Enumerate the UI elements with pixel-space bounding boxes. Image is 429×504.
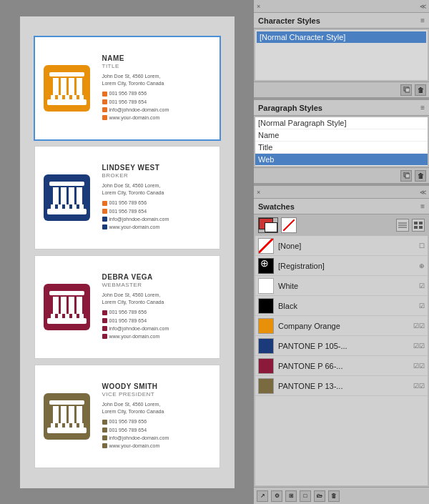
card-name-1: NAME bbox=[102, 54, 212, 62]
card-icon-2 bbox=[42, 172, 92, 222]
swatches-footer: ↗ ⚙ ⊞ □ 🗁 🗑 bbox=[254, 487, 429, 504]
list-view-btn[interactable] bbox=[396, 219, 409, 232]
card-content-2: LINDSEY WEST BROKER John Doe St, 4560 Lo… bbox=[102, 164, 212, 231]
swatch-color-company-orange bbox=[258, 318, 274, 334]
swatch-none[interactable]: [None] ☐ bbox=[255, 236, 428, 256]
right-panel: × ≪ Character Styles ≡ [Normal Character… bbox=[254, 0, 429, 504]
color-preview-box[interactable] bbox=[258, 217, 278, 233]
swatches-new-btn[interactable]: □ bbox=[300, 490, 311, 502]
swatches-menu-icon[interactable]: ≡ bbox=[420, 202, 425, 210]
para-styles-menu-icon[interactable]: ≡ bbox=[420, 104, 425, 112]
card-content-4: WOODY SMITH VICE PRESIDENT John Doe St, … bbox=[102, 382, 212, 450]
card-title-4: VICE PRESIDENT bbox=[102, 391, 212, 397]
business-card-2[interactable]: LINDSEY WEST BROKER John Doe St, 4560 Lo… bbox=[34, 146, 220, 249]
swatch-company-orange[interactable]: Company Orange ☑☑ bbox=[255, 316, 428, 336]
card-icon-4 bbox=[42, 391, 92, 441]
para-style-normal[interactable]: [Normal Paragraph Style] bbox=[255, 117, 428, 129]
swatches-grid-btn[interactable]: ⊞ bbox=[285, 490, 297, 502]
business-card-4[interactable]: WOODY SMITH VICE PRESIDENT John Doe St, … bbox=[34, 365, 220, 468]
svg-rect-55 bbox=[414, 222, 418, 224]
card-content-1: NAME TITLE John Doe St, 4560 Lorem,Lorem… bbox=[102, 54, 212, 122]
svg-rect-5 bbox=[79, 95, 84, 102]
card-icon-1 bbox=[42, 63, 92, 113]
swatch-black[interactable]: Black ☑ bbox=[255, 296, 428, 316]
swatch-type-none: ☐ bbox=[419, 242, 425, 249]
svg-rect-51 bbox=[405, 174, 410, 178]
svg-rect-8 bbox=[53, 78, 59, 95]
swatches-list: [None] ☐ ⊕ [Registration] ⊕ White ☑ Blac… bbox=[255, 236, 428, 485]
char-styles-content: [Normal Character Style] bbox=[255, 30, 428, 80]
card-contact-2: 001 956 789 656 001 956 789 654 info@joh… bbox=[102, 199, 212, 231]
swatch-white[interactable]: White ☑ bbox=[255, 276, 428, 296]
svg-rect-34 bbox=[69, 297, 74, 314]
swatch-label-pantone-105: PANTONE P 105-... bbox=[278, 342, 409, 350]
char-styles-delete-btn[interactable]: 🗑 bbox=[415, 84, 426, 96]
swatches-close-icon[interactable]: × bbox=[257, 189, 260, 196]
svg-rect-43 bbox=[72, 423, 77, 430]
swatch-color-registration: ⊕ bbox=[258, 258, 274, 274]
card-contact-3: 001 956 789 656 001 956 789 654 info@joh… bbox=[102, 308, 212, 340]
business-card-3[interactable]: DEBRA VEGA WEBMASTER John Doe St, 4560 L… bbox=[34, 255, 220, 359]
card-address-3: John Doe St, 4560 Lorem,Lorem City, Toro… bbox=[102, 292, 212, 306]
none-color-icon[interactable] bbox=[281, 217, 297, 233]
svg-rect-40 bbox=[65, 423, 69, 430]
svg-rect-19 bbox=[72, 204, 77, 212]
svg-rect-9 bbox=[61, 78, 66, 95]
svg-rect-39 bbox=[51, 423, 55, 430]
char-styles-header: Character Styles ≡ bbox=[254, 13, 429, 29]
swatches-settings-btn[interactable]: ⚙ bbox=[271, 490, 282, 502]
card-title-1: TITLE bbox=[102, 63, 212, 69]
swatches-folder-btn[interactable]: 🗁 bbox=[314, 490, 325, 502]
para-styles-title: Paragraph Styles bbox=[258, 104, 322, 112]
para-styles-new-btn[interactable] bbox=[400, 170, 412, 182]
svg-rect-32 bbox=[53, 297, 59, 314]
swatch-type-pantone-105: ☑☑ bbox=[413, 342, 425, 350]
swatch-color-none bbox=[258, 238, 274, 254]
swatches-add-gradient-btn[interactable]: ↗ bbox=[257, 490, 268, 502]
para-styles-delete-btn[interactable]: 🗑 bbox=[415, 170, 426, 182]
para-styles-panel: Paragraph Styles ≡ [Normal Paragraph Sty… bbox=[254, 100, 429, 183]
svg-rect-25 bbox=[49, 291, 84, 295]
svg-rect-29 bbox=[79, 314, 84, 321]
svg-rect-13 bbox=[49, 182, 84, 186]
svg-rect-49 bbox=[405, 88, 410, 92]
para-style-web[interactable]: Web bbox=[255, 154, 428, 166]
svg-rect-18 bbox=[58, 204, 62, 212]
swatch-pantone-66[interactable]: PANTONE P 66-... ☑☑ bbox=[255, 356, 428, 376]
swatches-collapse-icon[interactable]: ≪ bbox=[420, 189, 426, 196]
card-title-3: WEBMASTER bbox=[102, 282, 212, 288]
grid-view-btn[interactable] bbox=[412, 219, 425, 232]
para-style-title[interactable]: Title bbox=[255, 142, 428, 154]
svg-rect-45 bbox=[61, 406, 66, 423]
char-styles-collapse-icon[interactable]: ≪ bbox=[420, 3, 426, 10]
business-card-1[interactable]: NAME TITLE John Doe St, 4560 Lorem,Lorem… bbox=[34, 36, 220, 140]
swatch-color-pantone-105 bbox=[258, 338, 274, 354]
para-styles-footer: 🗑 bbox=[254, 167, 429, 183]
svg-rect-44 bbox=[53, 406, 59, 423]
card-contact-1: 001 956 789 656 001 956 789 654 info@joh… bbox=[102, 89, 212, 122]
swatch-type-pantone-13: ☑☑ bbox=[413, 382, 425, 390]
swatches-title: Swatches bbox=[258, 202, 295, 211]
swatches-delete-btn[interactable]: 🗑 bbox=[328, 490, 340, 502]
svg-rect-17 bbox=[79, 204, 84, 212]
svg-rect-23 bbox=[77, 187, 82, 204]
swatch-pantone-13[interactable]: PANTONE P 13-... ☑☑ bbox=[255, 376, 428, 396]
svg-rect-27 bbox=[51, 314, 55, 321]
para-style-name[interactable]: Name bbox=[255, 129, 428, 142]
svg-rect-30 bbox=[58, 314, 62, 321]
svg-rect-22 bbox=[69, 187, 74, 204]
char-styles-new-btn[interactable] bbox=[400, 84, 412, 96]
svg-rect-35 bbox=[77, 297, 82, 314]
char-style-item-normal[interactable]: [Normal Character Style] bbox=[257, 31, 426, 43]
swatch-registration[interactable]: ⊕ [Registration] ⊕ bbox=[255, 256, 428, 276]
swatch-pantone-105[interactable]: PANTONE P 105-... ☑☑ bbox=[255, 336, 428, 356]
swatch-label-white: White bbox=[278, 282, 415, 290]
swatch-type-pantone-66: ☑☑ bbox=[413, 362, 425, 370]
char-styles-close-icon[interactable]: × bbox=[257, 3, 260, 10]
card-title-2: BROKER bbox=[102, 172, 212, 179]
svg-rect-57 bbox=[414, 226, 418, 229]
canvas-inner: NAME TITLE John Doe St, 4560 Lorem,Lorem… bbox=[20, 16, 235, 488]
char-styles-menu-icon[interactable]: ≡ bbox=[420, 16, 425, 24]
canvas-area: NAME TITLE John Doe St, 4560 Lorem,Lorem… bbox=[0, 0, 254, 504]
svg-rect-58 bbox=[419, 226, 423, 229]
